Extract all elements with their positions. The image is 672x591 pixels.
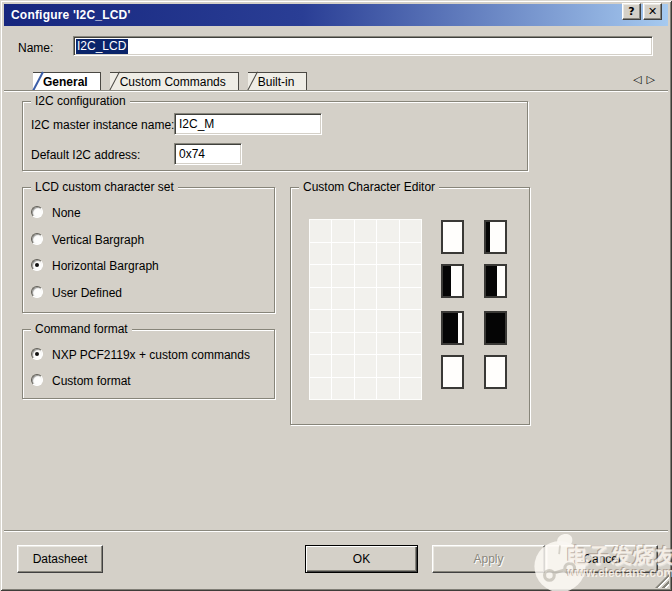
pixel-cell[interactable] bbox=[355, 265, 376, 287]
pixel-cell[interactable] bbox=[355, 355, 376, 377]
radio-label: Vertical Bargraph bbox=[52, 233, 144, 247]
char-preview[interactable] bbox=[484, 311, 507, 345]
custom-character-editor-group: Custom Character Editor bbox=[290, 187, 530, 425]
pixel-cell[interactable] bbox=[332, 265, 353, 287]
name-input[interactable]: I2C_LCD bbox=[73, 36, 653, 56]
pixel-cell[interactable] bbox=[310, 243, 331, 265]
pixel-cell[interactable] bbox=[400, 220, 421, 242]
radio-icon bbox=[31, 206, 43, 218]
pixel-cell[interactable] bbox=[377, 265, 398, 287]
tab-custom-commands[interactable]: Custom Commands bbox=[110, 72, 239, 91]
pixel-cell[interactable] bbox=[355, 333, 376, 355]
apply-button[interactable]: Apply bbox=[432, 545, 545, 573]
name-value-selected: I2C_LCD bbox=[76, 39, 128, 54]
pixel-cell[interactable] bbox=[400, 288, 421, 310]
resize-grip-icon[interactable] bbox=[655, 574, 669, 588]
char-preview[interactable] bbox=[484, 220, 507, 254]
tab-label: Custom Commands bbox=[120, 75, 226, 89]
pixel-cell[interactable] bbox=[332, 243, 353, 265]
pixel-cell[interactable] bbox=[355, 378, 376, 400]
pixel-cell[interactable] bbox=[377, 220, 398, 242]
footer-separator bbox=[4, 530, 668, 531]
pixel-cell[interactable] bbox=[400, 310, 421, 332]
char-fill bbox=[486, 266, 497, 296]
radio-option-nxp-pcf2119x[interactable]: NXP PCF2119x + custom commands bbox=[31, 348, 270, 362]
radio-label: None bbox=[52, 206, 81, 220]
char-preview[interactable] bbox=[484, 264, 507, 298]
char-preview[interactable] bbox=[441, 220, 464, 254]
pixel-cell[interactable] bbox=[310, 220, 331, 242]
pixel-cell[interactable] bbox=[400, 265, 421, 287]
pixel-cell[interactable] bbox=[377, 378, 398, 400]
radio-option-vertical-bargraph[interactable]: Vertical Bargraph bbox=[31, 233, 270, 247]
pixel-cell[interactable] bbox=[377, 333, 398, 355]
help-button[interactable]: ? bbox=[622, 3, 641, 20]
i2c-master-label: I2C master instance name: bbox=[31, 118, 174, 132]
tab-scroll-left-icon[interactable]: ◁ bbox=[633, 73, 646, 86]
pixel-cell[interactable] bbox=[310, 355, 331, 377]
pixel-cell[interactable] bbox=[310, 265, 331, 287]
radio-icon bbox=[31, 286, 43, 298]
close-icon: ✕ bbox=[648, 5, 657, 18]
radio-label: Horizontal Bargraph bbox=[52, 259, 159, 273]
pixel-cell[interactable] bbox=[310, 288, 331, 310]
char-preview[interactable] bbox=[484, 355, 507, 389]
pixel-cell[interactable] bbox=[332, 220, 353, 242]
tab-slant-edge bbox=[247, 72, 258, 92]
radio-icon bbox=[31, 259, 43, 271]
pixel-cell[interactable] bbox=[332, 378, 353, 400]
pixel-cell[interactable] bbox=[332, 333, 353, 355]
i2c-address-label: Default I2C address: bbox=[31, 148, 140, 162]
radio-option-none[interactable]: None bbox=[31, 206, 270, 220]
char-preview[interactable] bbox=[441, 311, 464, 345]
datasheet-button[interactable]: Datasheet bbox=[17, 545, 103, 573]
pixel-cell[interactable] bbox=[355, 310, 376, 332]
radio-icon bbox=[31, 348, 43, 360]
pixel-cell[interactable] bbox=[332, 355, 353, 377]
group-title: LCD custom character set bbox=[31, 180, 178, 194]
name-label: Name: bbox=[18, 41, 53, 55]
pixel-cell[interactable] bbox=[355, 243, 376, 265]
group-title: Custom Character Editor bbox=[299, 180, 439, 194]
char-fill bbox=[486, 222, 490, 252]
char-fill bbox=[443, 266, 451, 296]
close-button[interactable]: ✕ bbox=[643, 3, 662, 20]
window-title: Configure 'I2C_LCD' bbox=[11, 8, 131, 22]
pixel-cell[interactable] bbox=[400, 243, 421, 265]
pixel-cell[interactable] bbox=[310, 333, 331, 355]
pixel-grid bbox=[309, 219, 422, 400]
pixel-cell[interactable] bbox=[377, 243, 398, 265]
radio-option-horizontal-bargraph[interactable]: Horizontal Bargraph bbox=[31, 259, 270, 273]
pixel-cell[interactable] bbox=[400, 355, 421, 377]
cancel-button[interactable]: Cancel bbox=[546, 545, 658, 573]
ok-button[interactable]: OK bbox=[305, 545, 418, 573]
radio-option-custom-format[interactable]: Custom format bbox=[31, 374, 270, 388]
char-preview[interactable] bbox=[441, 355, 464, 389]
pixel-cell[interactable] bbox=[310, 310, 331, 332]
pixel-cell[interactable] bbox=[377, 355, 398, 377]
pixel-cell[interactable] bbox=[400, 378, 421, 400]
pixel-cell[interactable] bbox=[377, 310, 398, 332]
titlebar[interactable]: Configure 'I2C_LCD' bbox=[4, 4, 668, 26]
char-preview[interactable] bbox=[441, 264, 464, 298]
tab-general[interactable]: General bbox=[33, 72, 101, 91]
pixel-cell[interactable] bbox=[355, 220, 376, 242]
pixel-cell[interactable] bbox=[377, 288, 398, 310]
tab-scroll-arrows: ◁▷ bbox=[633, 73, 660, 86]
pixel-cell[interactable] bbox=[310, 378, 331, 400]
radio-icon bbox=[31, 233, 43, 245]
pixel-cell[interactable] bbox=[332, 310, 353, 332]
i2c-address-input[interactable]: 0x74 bbox=[174, 143, 242, 165]
pixel-cell[interactable] bbox=[355, 288, 376, 310]
tab-baseline bbox=[4, 90, 668, 91]
tab-scroll-right-icon[interactable]: ▷ bbox=[647, 73, 660, 86]
tab-built-in[interactable]: Built-in bbox=[248, 72, 308, 91]
pixel-cell[interactable] bbox=[400, 333, 421, 355]
i2c-master-input[interactable]: I2C_M bbox=[174, 113, 322, 135]
radio-icon bbox=[31, 374, 43, 386]
pixel-cell[interactable] bbox=[332, 288, 353, 310]
tab-slant-edge bbox=[109, 72, 120, 92]
group-title: I2C configuration bbox=[31, 94, 130, 108]
radio-option-user-defined[interactable]: User Defined bbox=[31, 286, 270, 300]
tab-bar: General Custom Commands Built-in bbox=[24, 72, 307, 91]
